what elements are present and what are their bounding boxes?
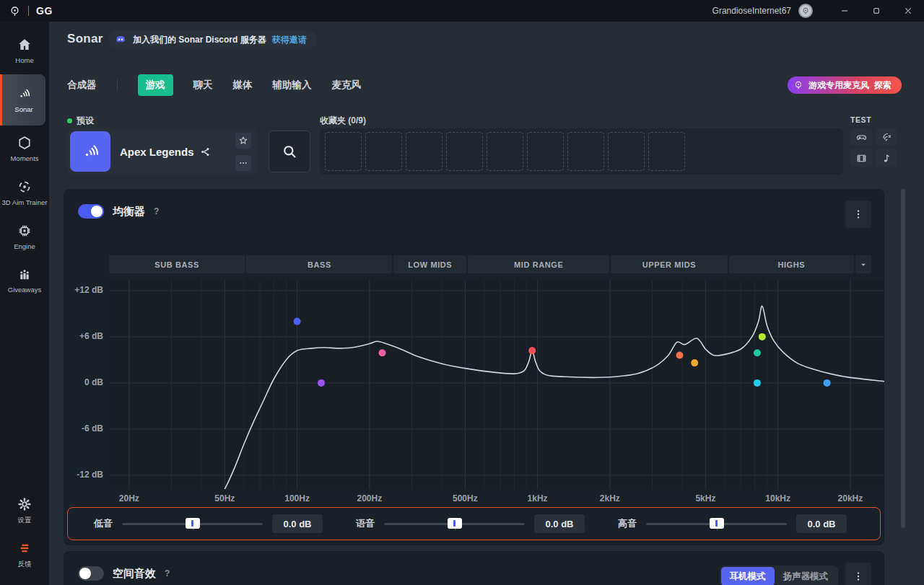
sidebar-item-label: 3D Aim Trainer [2, 198, 48, 207]
active-preset-card[interactable]: Apex Legends [67, 128, 257, 175]
maximize-button[interactable] [860, 0, 892, 22]
tone-slider-handle-mark [715, 520, 718, 527]
sidebar-item-3d-aim-trainer[interactable]: 3D Aim Trainer [0, 172, 49, 214]
favorite-slot-empty[interactable] [487, 132, 523, 171]
eq-band-bass[interactable]: BASS [246, 255, 392, 273]
tone-slider-value: 0.0 dB [534, 514, 585, 533]
eq-band-point[interactable] [754, 349, 761, 356]
eq-band-point[interactable] [824, 379, 831, 387]
equalizer-help-icon[interactable]: ? [154, 206, 159, 216]
sidebar-item-sonar[interactable]: Sonar [0, 74, 45, 126]
chevron-down-icon [858, 260, 868, 270]
eq-band-point[interactable] [759, 333, 766, 340]
tone-slider-track[interactable] [122, 518, 263, 529]
discord-banner[interactable]: 加入我们的 Sonar Discord 服务器 获得邀请 [108, 30, 317, 49]
promo-mic-button[interactable]: 游戏专用麦克风 探索 [788, 76, 902, 94]
avatar[interactable] [798, 4, 813, 18]
output-mode-扬声器模式[interactable]: 扬声器模式 [775, 567, 837, 585]
titlebar-divider [28, 6, 29, 16]
sidebar-item-反馈[interactable]: 反馈 [0, 534, 49, 575]
app-title: GG [36, 5, 53, 17]
eq-response-chart[interactable] [109, 280, 884, 489]
test-game-audio-button[interactable] [850, 128, 872, 146]
tab-辅助输入[interactable]: 辅助输入 [273, 74, 312, 96]
test-voice-audio-button[interactable] [876, 128, 897, 146]
eq-band-sub-bass[interactable]: SUB BASS [109, 255, 245, 273]
discord-icon [114, 33, 127, 46]
spatial-toggle-knob [79, 568, 91, 579]
favorite-slot-empty[interactable] [567, 132, 604, 171]
tab-合成器[interactable]: 合成器 [67, 74, 97, 96]
eq-band-point[interactable] [754, 379, 761, 387]
eq-band-point[interactable] [318, 379, 325, 387]
scrollbar-thumb[interactable] [901, 189, 905, 528]
favorite-slot-empty[interactable] [406, 132, 443, 171]
tone-slider-handle[interactable] [186, 518, 200, 529]
preset-search-button[interactable] [269, 131, 310, 172]
bands-dropdown-button[interactable] [855, 255, 871, 273]
x-axis-tick: 20kHz [838, 493, 863, 503]
tone-slider-track[interactable] [384, 518, 525, 529]
tabs-divider [117, 79, 118, 91]
preset-name-row: Apex Legends [120, 146, 211, 158]
eq-band-point[interactable] [379, 349, 386, 356]
sidebar-item-设置[interactable]: 设置 [0, 490, 49, 531]
eq-band-highs[interactable]: HIGHS [729, 255, 854, 273]
discord-invite-link[interactable]: 获得邀请 [272, 34, 307, 46]
kebab-icon [852, 570, 865, 583]
tab-聊天[interactable]: 聊天 [193, 74, 213, 96]
maximize-icon [871, 5, 882, 17]
equalizer-toggle[interactable] [78, 204, 104, 219]
close-icon [902, 5, 914, 17]
tab-麦克风[interactable]: 麦克风 [332, 74, 362, 96]
tab-游戏[interactable]: 游戏 [138, 74, 173, 96]
home-icon [17, 37, 32, 53]
preset-more-button[interactable] [235, 155, 251, 171]
eq-band-point[interactable] [294, 318, 301, 325]
equalizer-menu-button[interactable] [845, 201, 871, 228]
tone-slider-handle[interactable] [710, 518, 724, 529]
tone-slider-label: 高音 [618, 517, 637, 530]
test-media-audio-button[interactable] [850, 149, 872, 167]
tab-媒体[interactable]: 媒体 [233, 74, 253, 96]
favorite-slot-empty[interactable] [446, 132, 483, 171]
spatial-menu-button[interactable] [845, 563, 871, 585]
sidebar: HomeSonarMoments3D Aim TrainerEngineGive… [0, 22, 49, 585]
tone-slider-label: 低音 [94, 517, 113, 530]
tone-sliders-row: 低音0.0 dB语音0.0 dB高音0.0 dB [67, 507, 881, 540]
close-button[interactable] [892, 0, 924, 22]
favorite-slot-empty[interactable] [527, 132, 564, 171]
favorite-preset-button[interactable] [235, 133, 251, 149]
promo-cta[interactable]: 探索 [874, 79, 892, 92]
test-music-audio-button[interactable] [876, 149, 897, 167]
favorite-slot-empty[interactable] [648, 132, 685, 171]
x-axis-tick: 500Hz [453, 493, 478, 503]
sidebar-item-label: Home [15, 56, 33, 65]
x-axis-tick: 1kHz [528, 493, 548, 503]
eq-band-point[interactable] [676, 352, 684, 359]
sidebar-item-home[interactable]: Home [0, 30, 49, 71]
kebab-icon [852, 208, 865, 221]
favorite-slot-empty[interactable] [325, 132, 362, 171]
sidebar-item-moments[interactable]: Moments [0, 128, 49, 170]
moments-icon [17, 135, 32, 151]
eq-band-mid-range[interactable]: MID RANGE [468, 255, 609, 273]
favorite-slot-empty[interactable] [608, 132, 645, 171]
share-icon[interactable] [200, 146, 211, 157]
output-mode-耳机模式[interactable]: 耳机模式 [721, 567, 775, 585]
tone-slider-handle[interactable] [448, 518, 462, 529]
spatial-audio-toggle[interactable] [78, 566, 104, 581]
spatial-audio-card: 空间音效 ? 耳机模式扬声器模式 [64, 551, 884, 585]
sidebar-item-engine[interactable]: Engine [0, 216, 49, 258]
sidebar-items: HomeSonarMoments3D Aim TrainerEngineGive… [0, 30, 49, 304]
eq-band-point[interactable] [528, 347, 536, 354]
tone-slider-track[interactable] [646, 518, 787, 529]
app-window: GG GrandioseInternet67 HomeSonarMoments3… [0, 0, 924, 585]
sidebar-item-giveaways[interactable]: Giveaways [0, 260, 49, 301]
eq-band-upper-mids[interactable]: UPPER MIDS [611, 255, 727, 273]
minimize-button[interactable] [829, 0, 860, 22]
spatial-help-icon[interactable]: ? [165, 568, 170, 579]
eq-band-point[interactable] [691, 359, 698, 366]
favorite-slot-empty[interactable] [365, 132, 402, 171]
eq-band-low-mids[interactable]: LOW MIDS [393, 255, 466, 273]
